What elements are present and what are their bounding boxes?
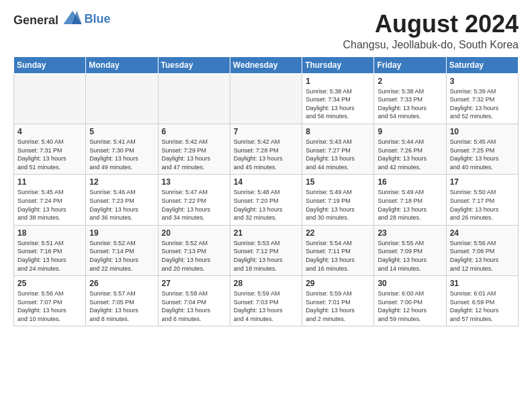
day-info: Sunrise: 5:52 AM Sunset: 7:13 PM Dayligh…	[162, 239, 226, 273]
calendar-day-cell: 30Sunrise: 6:00 AM Sunset: 7:00 PM Dayli…	[374, 276, 446, 326]
day-number: 17	[450, 177, 515, 187]
day-info: Sunrise: 6:00 AM Sunset: 7:00 PM Dayligh…	[378, 289, 442, 323]
calendar-day-cell	[86, 73, 158, 124]
calendar-day-cell: 9Sunrise: 5:44 AM Sunset: 7:26 PM Daylig…	[374, 124, 446, 174]
day-number: 3	[450, 77, 515, 86]
calendar-day-cell: 8Sunrise: 5:43 AM Sunset: 7:27 PM Daylig…	[302, 124, 374, 174]
logo: General Blue	[13, 11, 111, 28]
day-info: Sunrise: 5:38 AM Sunset: 7:34 PM Dayligh…	[306, 87, 370, 121]
day-number: 1	[306, 77, 370, 86]
day-info: Sunrise: 5:54 AM Sunset: 7:11 PM Dayligh…	[306, 239, 370, 273]
day-info: Sunrise: 5:42 AM Sunset: 7:29 PM Dayligh…	[162, 138, 226, 171]
day-info: Sunrise: 5:51 AM Sunset: 7:16 PM Dayligh…	[17, 239, 82, 273]
day-info: Sunrise: 5:38 AM Sunset: 7:33 PM Dayligh…	[378, 87, 442, 121]
calendar-day-cell: 10Sunrise: 5:45 AM Sunset: 7:25 PM Dayli…	[446, 124, 518, 174]
day-number: 7	[234, 127, 298, 136]
day-number: 14	[234, 177, 298, 187]
calendar-day-cell: 15Sunrise: 5:49 AM Sunset: 7:19 PM Dayli…	[302, 175, 374, 225]
logo-blue: Blue	[85, 12, 111, 26]
day-number: 22	[306, 228, 370, 238]
day-info: Sunrise: 5:47 AM Sunset: 7:22 PM Dayligh…	[162, 188, 226, 222]
weekday-header-friday: Friday	[374, 56, 446, 73]
day-number: 9	[378, 127, 442, 136]
calendar-day-cell: 12Sunrise: 5:46 AM Sunset: 7:23 PM Dayli…	[86, 175, 158, 225]
day-number: 21	[234, 228, 298, 238]
day-number: 27	[162, 279, 226, 288]
day-number: 19	[89, 228, 154, 238]
calendar-day-cell	[14, 73, 86, 124]
calendar-day-cell: 27Sunrise: 5:58 AM Sunset: 7:04 PM Dayli…	[158, 276, 230, 326]
calendar-day-cell: 14Sunrise: 5:48 AM Sunset: 7:20 PM Dayli…	[230, 175, 302, 225]
weekday-header-monday: Monday	[86, 56, 158, 73]
calendar-day-cell: 21Sunrise: 5:53 AM Sunset: 7:12 PM Dayli…	[230, 225, 302, 275]
calendar-week-row: 4Sunrise: 5:40 AM Sunset: 7:31 PM Daylig…	[14, 124, 519, 174]
title-area: August 2024 Changsu, Jeollabuk-do, South…	[343, 11, 519, 51]
logo-icon	[63, 11, 82, 24]
day-info: Sunrise: 5:56 AM Sunset: 7:07 PM Dayligh…	[17, 289, 82, 323]
calendar-day-cell: 2Sunrise: 5:38 AM Sunset: 7:33 PM Daylig…	[374, 73, 446, 124]
calendar-day-cell: 3Sunrise: 5:39 AM Sunset: 7:32 PM Daylig…	[446, 73, 518, 124]
day-info: Sunrise: 5:58 AM Sunset: 7:04 PM Dayligh…	[162, 289, 226, 323]
day-info: Sunrise: 5:40 AM Sunset: 7:31 PM Dayligh…	[17, 138, 82, 171]
day-info: Sunrise: 5:43 AM Sunset: 7:27 PM Dayligh…	[306, 138, 370, 171]
day-number: 13	[162, 177, 226, 187]
calendar-day-cell: 4Sunrise: 5:40 AM Sunset: 7:31 PM Daylig…	[14, 124, 86, 174]
day-number: 30	[378, 279, 442, 288]
day-info: Sunrise: 5:53 AM Sunset: 7:12 PM Dayligh…	[234, 239, 298, 273]
calendar-day-cell: 20Sunrise: 5:52 AM Sunset: 7:13 PM Dayli…	[158, 225, 230, 275]
calendar-day-cell: 26Sunrise: 5:57 AM Sunset: 7:05 PM Dayli…	[86, 276, 158, 326]
day-number: 5	[89, 127, 154, 136]
day-info: Sunrise: 5:46 AM Sunset: 7:23 PM Dayligh…	[89, 188, 154, 222]
day-info: Sunrise: 5:49 AM Sunset: 7:19 PM Dayligh…	[306, 188, 370, 222]
day-number: 18	[17, 228, 82, 238]
calendar-day-cell: 11Sunrise: 5:45 AM Sunset: 7:24 PM Dayli…	[14, 175, 86, 225]
calendar-day-cell: 25Sunrise: 5:56 AM Sunset: 7:07 PM Dayli…	[14, 276, 86, 326]
day-number: 26	[89, 279, 154, 288]
weekday-header-thursday: Thursday	[302, 56, 374, 73]
calendar-day-cell: 13Sunrise: 5:47 AM Sunset: 7:22 PM Dayli…	[158, 175, 230, 225]
calendar-day-cell	[158, 73, 230, 124]
day-info: Sunrise: 5:44 AM Sunset: 7:26 PM Dayligh…	[378, 138, 442, 171]
calendar-day-cell: 16Sunrise: 5:49 AM Sunset: 7:18 PM Dayli…	[374, 175, 446, 225]
day-info: Sunrise: 5:55 AM Sunset: 7:09 PM Dayligh…	[378, 239, 442, 273]
calendar-day-cell: 18Sunrise: 5:51 AM Sunset: 7:16 PM Dayli…	[14, 225, 86, 275]
day-number: 25	[17, 279, 82, 288]
day-number: 29	[306, 279, 370, 288]
weekday-header-wednesday: Wednesday	[230, 56, 302, 73]
day-info: Sunrise: 5:52 AM Sunset: 7:14 PM Dayligh…	[89, 239, 154, 273]
calendar-day-cell: 7Sunrise: 5:42 AM Sunset: 7:28 PM Daylig…	[230, 124, 302, 174]
calendar-week-row: 11Sunrise: 5:45 AM Sunset: 7:24 PM Dayli…	[14, 175, 519, 225]
day-info: Sunrise: 5:50 AM Sunset: 7:17 PM Dayligh…	[450, 188, 515, 222]
calendar-day-cell: 28Sunrise: 5:59 AM Sunset: 7:03 PM Dayli…	[230, 276, 302, 326]
calendar-day-cell: 1Sunrise: 5:38 AM Sunset: 7:34 PM Daylig…	[302, 73, 374, 124]
day-number: 11	[17, 177, 82, 187]
day-number: 10	[450, 127, 515, 136]
day-number: 16	[378, 177, 442, 187]
logo-general: General	[13, 13, 58, 27]
calendar-day-cell: 17Sunrise: 5:50 AM Sunset: 7:17 PM Dayli…	[446, 175, 518, 225]
day-info: Sunrise: 5:57 AM Sunset: 7:05 PM Dayligh…	[89, 289, 154, 323]
day-number: 8	[306, 127, 370, 136]
location-subtitle: Changsu, Jeollabuk-do, South Korea	[343, 39, 519, 51]
calendar-day-cell: 22Sunrise: 5:54 AM Sunset: 7:11 PM Dayli…	[302, 225, 374, 275]
calendar-day-cell: 5Sunrise: 5:41 AM Sunset: 7:30 PM Daylig…	[86, 124, 158, 174]
day-number: 2	[378, 77, 442, 86]
day-number: 23	[378, 228, 442, 238]
weekday-header-saturday: Saturday	[446, 56, 518, 73]
calendar-week-row: 1Sunrise: 5:38 AM Sunset: 7:34 PM Daylig…	[14, 73, 519, 124]
calendar-week-row: 18Sunrise: 5:51 AM Sunset: 7:16 PM Dayli…	[14, 225, 519, 275]
day-info: Sunrise: 5:48 AM Sunset: 7:20 PM Dayligh…	[234, 188, 298, 222]
header: General Blue August 2024 Changsu, Jeolla…	[13, 11, 519, 51]
calendar-day-cell	[230, 73, 302, 124]
day-number: 4	[17, 127, 82, 136]
day-info: Sunrise: 6:01 AM Sunset: 6:59 PM Dayligh…	[450, 289, 515, 323]
weekday-header-tuesday: Tuesday	[158, 56, 230, 73]
day-info: Sunrise: 5:45 AM Sunset: 7:24 PM Dayligh…	[17, 188, 82, 222]
calendar-day-cell: 23Sunrise: 5:55 AM Sunset: 7:09 PM Dayli…	[374, 225, 446, 275]
calendar-day-cell: 6Sunrise: 5:42 AM Sunset: 7:29 PM Daylig…	[158, 124, 230, 174]
day-number: 24	[450, 228, 515, 238]
weekday-header-sunday: Sunday	[14, 56, 86, 73]
day-number: 12	[89, 177, 154, 187]
day-number: 31	[450, 279, 515, 288]
calendar-day-cell: 24Sunrise: 5:56 AM Sunset: 7:08 PM Dayli…	[446, 225, 518, 275]
